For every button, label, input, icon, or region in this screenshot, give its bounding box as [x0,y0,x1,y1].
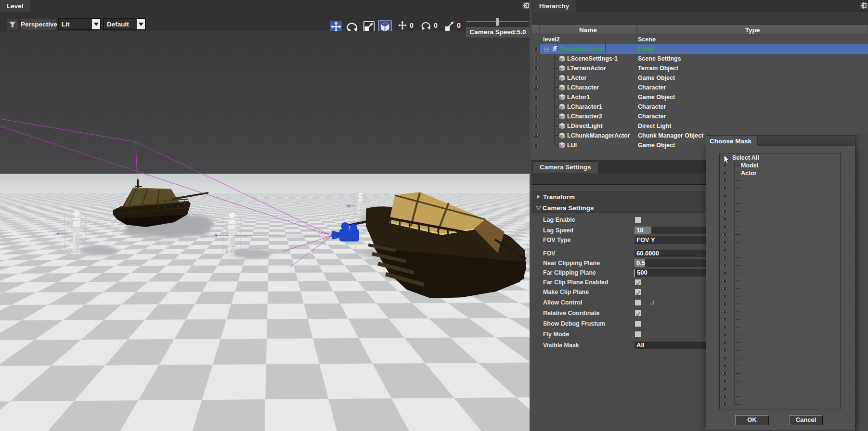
svg-text:Model: Model [741,162,758,169]
svg-text:0: 0 [457,22,461,29]
svg-text:0: 0 [434,22,438,29]
svg-text:0: 0 [410,22,414,29]
svg-text:Select All: Select All [732,154,759,161]
svg-text:Actor: Actor [741,170,757,177]
